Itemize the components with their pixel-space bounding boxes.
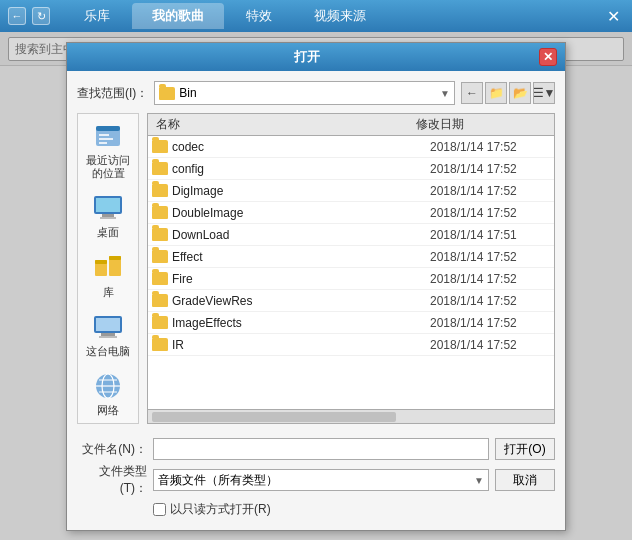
sidebar-item-library[interactable]: 库	[79, 248, 137, 303]
dialog-form: 文件名(N)： 打开(O) 文件类型(T)： 音频文件（所有类型）	[77, 430, 555, 522]
location-dropdown-arrow: ▼	[440, 88, 450, 99]
file-name: ImageEffects	[152, 316, 430, 330]
sidebar-desktop-label: 桌面	[97, 226, 119, 239]
location-nav-btns: ← 📁 📂 ☰▼	[461, 82, 555, 104]
hscroll-thumb[interactable]	[152, 412, 396, 422]
svg-rect-15	[101, 333, 115, 336]
readonly-checkbox[interactable]	[153, 503, 166, 516]
tab-video-source[interactable]: 视频来源	[294, 3, 386, 29]
file-date: 2018/1/14 17:51	[430, 228, 550, 242]
svg-rect-10	[95, 260, 107, 264]
svg-rect-12	[109, 256, 121, 260]
svg-rect-1	[96, 126, 120, 131]
svg-rect-7	[102, 214, 114, 217]
file-name: GradeViewRes	[152, 294, 430, 308]
recent-icon	[92, 120, 124, 152]
sidebar-item-computer[interactable]: 这台电脑	[79, 307, 137, 362]
network-icon	[92, 370, 124, 402]
nav-view-button[interactable]: ☰▼	[533, 82, 555, 104]
back-button[interactable]: ←	[8, 7, 26, 25]
folder-row-icon	[152, 250, 168, 263]
sidebar-computer-label: 这台电脑	[86, 345, 130, 358]
filename-label: 文件名(N)：	[77, 441, 147, 458]
tab-library[interactable]: 乐库	[64, 3, 130, 29]
dialog-title: 打开	[75, 48, 539, 66]
location-label: 查找范围(I)：	[77, 85, 148, 102]
file-list-scroll[interactable]: codec 2018/1/14 17:52 config 2018/1/14 1…	[148, 136, 554, 409]
file-name: codec	[152, 140, 430, 154]
table-row[interactable]: Effect 2018/1/14 17:52	[148, 246, 554, 268]
computer-icon	[92, 311, 124, 343]
table-row[interactable]: DownLoad 2018/1/14 17:51	[148, 224, 554, 246]
file-date: 2018/1/14 17:52	[430, 140, 550, 154]
folder-row-icon	[152, 316, 168, 329]
nav-new-folder-button[interactable]: 📂	[509, 82, 531, 104]
file-date: 2018/1/14 17:52	[430, 162, 550, 176]
readonly-row: 以只读方式打开(R)	[77, 498, 555, 520]
nav-back-button[interactable]: ←	[461, 82, 483, 104]
svg-rect-4	[99, 142, 107, 144]
column-header-name[interactable]: 名称	[152, 116, 416, 133]
table-row[interactable]: Fire 2018/1/14 17:52	[148, 268, 554, 290]
table-row[interactable]: DoubleImage 2018/1/14 17:52	[148, 202, 554, 224]
filetype-dropdown-arrow: ▼	[474, 475, 484, 486]
svg-rect-8	[100, 217, 116, 219]
refresh-button[interactable]: ↻	[32, 7, 50, 25]
folder-row-icon	[152, 294, 168, 307]
table-row[interactable]: GradeViewRes 2018/1/14 17:52	[148, 290, 554, 312]
library-icon	[92, 252, 124, 284]
dialog-close-button[interactable]: ✕	[539, 48, 557, 66]
svg-rect-2	[99, 134, 109, 136]
file-name: config	[152, 162, 430, 176]
sidebar-recent-label: 最近访问的位置	[81, 154, 135, 180]
desktop-icon	[92, 192, 124, 224]
file-name: Effect	[152, 250, 430, 264]
file-date: 2018/1/14 17:52	[430, 338, 550, 352]
svg-rect-6	[96, 198, 120, 212]
table-row[interactable]: codec 2018/1/14 17:52	[148, 136, 554, 158]
file-name: Fire	[152, 272, 430, 286]
location-dropdown[interactable]: Bin ▼	[154, 81, 455, 105]
app-close-button[interactable]: ✕	[603, 7, 624, 26]
column-header-date[interactable]: 修改日期	[416, 116, 536, 133]
sidebar-item-network[interactable]: 网络	[79, 366, 137, 421]
file-date: 2018/1/14 17:52	[430, 316, 550, 330]
tab-effects[interactable]: 特效	[226, 3, 292, 29]
sidebar-item-recent[interactable]: 最近访问的位置	[79, 116, 137, 184]
file-date: 2018/1/14 17:52	[430, 272, 550, 286]
file-list-container: 最近访问的位置 桌面	[77, 113, 555, 424]
folder-row-icon	[152, 184, 168, 197]
table-row[interactable]: DigImage 2018/1/14 17:52	[148, 180, 554, 202]
folder-row-icon	[152, 228, 168, 241]
folder-row-icon	[152, 272, 168, 285]
title-bar: ← ↻ 乐库 我的歌曲 特效 视频来源 ✕	[0, 0, 632, 32]
sidebar-icons: 最近访问的位置 桌面	[77, 113, 139, 424]
readonly-label: 以只读方式打开(R)	[170, 501, 271, 518]
sidebar-network-label: 网络	[97, 404, 119, 417]
open-dialog: 打开 ✕ 查找范围(I)： Bin ▼	[66, 42, 566, 531]
dialog-title-bar: 打开 ✕	[67, 43, 565, 71]
sidebar-item-desktop[interactable]: 桌面	[79, 188, 137, 243]
open-button[interactable]: 打开(O)	[495, 438, 555, 460]
app-window: ← ↻ 乐库 我的歌曲 特效 视频来源 ✕ 打开 ✕	[0, 0, 632, 540]
file-name: IR	[152, 338, 430, 352]
dialog-overlay: 打开 ✕ 查找范围(I)： Bin ▼	[0, 32, 632, 540]
svg-rect-3	[99, 138, 113, 140]
table-row[interactable]: IR 2018/1/14 17:52	[148, 334, 554, 356]
cancel-button[interactable]: 取消	[495, 469, 555, 491]
table-row[interactable]: config 2018/1/14 17:52	[148, 158, 554, 180]
file-name: DigImage	[152, 184, 430, 198]
folder-row-icon	[152, 140, 168, 153]
tab-my-songs[interactable]: 我的歌曲	[132, 3, 224, 29]
horizontal-scrollbar[interactable]	[148, 409, 554, 423]
file-date: 2018/1/14 17:52	[430, 206, 550, 220]
svg-rect-14	[96, 318, 120, 331]
table-row[interactable]: ImageEffects 2018/1/14 17:52	[148, 312, 554, 334]
filetype-dropdown[interactable]: 音频文件（所有类型） ▼	[153, 469, 489, 491]
nav-up-folder-button[interactable]: 📁	[485, 82, 507, 104]
sidebar-library-label: 库	[103, 286, 114, 299]
location-row: 查找范围(I)： Bin ▼ ← 📁 📂 ☰▼	[77, 79, 555, 107]
filetype-label: 文件类型(T)：	[77, 463, 147, 497]
filename-input[interactable]	[153, 438, 489, 460]
file-name: DownLoad	[152, 228, 430, 242]
